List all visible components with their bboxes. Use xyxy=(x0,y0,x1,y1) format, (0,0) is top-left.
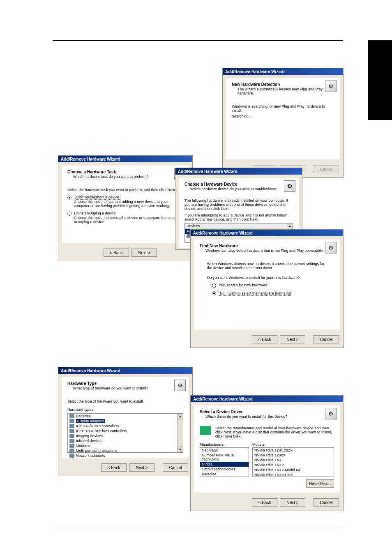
radio-label: Add/Troubleshoot a device xyxy=(74,195,120,200)
scroll-up-icon: ▲ xyxy=(178,414,183,419)
back-button[interactable]: < Back xyxy=(101,463,127,472)
wizard-task: Add/Remove Hardware Wizard ⚙ Choose a Ha… xyxy=(58,155,193,261)
hw-type-icon xyxy=(69,429,74,433)
list-item[interactable]: Network adapters xyxy=(68,453,183,458)
radio-desc: Choose this option if you are adding a n… xyxy=(74,200,183,208)
radio-desc: Choose this option to uninstall a device… xyxy=(74,216,183,224)
radio-dot-icon xyxy=(212,291,216,295)
titlebar: Add/Remove Hardware Wizard xyxy=(175,168,302,175)
wizard-find-new: Add/Remove Hardware Wizard ⚙ Find New Ha… xyxy=(190,229,344,348)
prompt: Select the hardware task you want to per… xyxy=(67,188,183,192)
list-item[interactable]: Multi-port serial adapters xyxy=(68,448,183,453)
radio-yes-search[interactable]: Yes, search for new hardware xyxy=(212,283,334,288)
wizard-sub: Windows can also detect hardware that is… xyxy=(205,249,334,253)
list-item[interactable]: Batteries xyxy=(68,414,183,419)
wizard-icon: ⚙ xyxy=(325,81,337,92)
list-label: Hardware types: xyxy=(67,408,183,412)
next-button[interactable]: Next > xyxy=(280,335,305,343)
wizard-sub: Which driver do you want to install for … xyxy=(205,415,334,419)
list-item[interactable]: IDE ATA/ATAPI controllers xyxy=(68,424,183,428)
cancel-button[interactable]: Cancel xyxy=(314,335,339,343)
scroll-up-icon: ▲ xyxy=(287,223,293,229)
titlebar: Add/Remove Hardware Wizard xyxy=(58,156,192,162)
wizard-icon: ⚙ xyxy=(174,380,186,391)
radio-dot-icon xyxy=(67,196,71,200)
msg2: Do you want Windows to search for your n… xyxy=(207,276,327,280)
manu-label: Manufacturers: xyxy=(200,442,249,447)
radio-label: Yes, search for new hardware xyxy=(219,283,267,287)
next-button[interactable]: Next > xyxy=(129,463,154,472)
hw-type-icon xyxy=(69,454,74,458)
scrollbar[interactable]: ▲▼ xyxy=(177,414,183,452)
list-item[interactable]: NVidia Riva TNT2 xyxy=(253,463,334,467)
radio-dot-icon xyxy=(212,283,216,288)
list-item[interactable]: NVidia Riva TNT xyxy=(253,458,334,463)
titlebar: Add/Remove Hardware Wizard xyxy=(191,230,343,236)
wizard-sub: Which hardware device do you want to tro… xyxy=(190,187,293,191)
models-label: Models: xyxy=(252,442,334,447)
next-button[interactable]: Next > xyxy=(131,249,157,257)
radio-uninstall[interactable]: Uninstall/Unplug a device Choose this op… xyxy=(67,211,183,224)
radio-label: Uninstall/Unplug a device xyxy=(74,211,116,215)
hw-type-icon xyxy=(69,424,74,428)
prompt: Select the type of hardware you want to … xyxy=(67,399,183,403)
titlebar: Add/Remove Hardware Wizard xyxy=(58,367,192,374)
list-item[interactable]: NeoMagic xyxy=(200,448,249,453)
have-disk-button[interactable]: Have Disk... xyxy=(306,479,334,488)
list-item[interactable]: Imaging devices xyxy=(68,433,183,438)
manufacturers-list[interactable]: NeoMagicNumber Nine Visual TechnologNVid… xyxy=(200,447,249,477)
cancel-button[interactable]: Cancel xyxy=(163,463,188,472)
back-button[interactable]: < Back xyxy=(252,335,277,343)
col-header: Devices xyxy=(185,223,293,229)
list-item[interactable]: IEEE 1394 Bus host controllers xyxy=(68,428,183,433)
line2: If you are attempting to add a device an… xyxy=(184,213,293,221)
list-item[interactable]: NVidia Riva 128ZX xyxy=(253,453,334,458)
rule-bottom xyxy=(53,526,343,526)
list-item[interactable]: Infrared devices xyxy=(68,438,183,443)
list-item[interactable]: Modems xyxy=(68,443,183,448)
hardware-types-list[interactable]: BatteriesDisplay adaptersIDE ATA/ATAPI c… xyxy=(67,413,183,453)
side-tab xyxy=(368,40,392,120)
hw-type-icon xyxy=(69,434,74,438)
hw-type-icon xyxy=(69,449,74,453)
search-msg: Windows is searching for new Plug and Pl… xyxy=(232,104,334,113)
wizard-header: Find New Hardware xyxy=(200,244,334,248)
list-item[interactable]: Display adapters xyxy=(68,419,183,424)
list-item[interactable]: NVidia Riva 128/128ZX xyxy=(253,448,334,453)
hw-type-icon xyxy=(69,439,74,443)
radio-add-troubleshoot[interactable]: Add/Troubleshoot a device Choose this op… xyxy=(67,195,183,208)
cancel-button: Cancel xyxy=(314,165,339,173)
titlebar: Add/Remove Hardware Wizard xyxy=(223,68,343,75)
wizard-header: Choose a Hardware Task xyxy=(67,170,183,174)
back-button[interactable]: < Back xyxy=(252,498,277,507)
list-item[interactable]: Paradise xyxy=(200,472,249,477)
list-item[interactable]: Number Nine Visual Technolog xyxy=(200,453,249,462)
scroll-up-icon: ▲ xyxy=(200,477,249,477)
wizard-header: Select a Device Driver xyxy=(200,410,334,414)
titlebar: Add/Remove Hardware Wizard xyxy=(191,396,343,402)
hw-type-icon xyxy=(69,444,74,448)
wizard-icon: ⚙ xyxy=(325,242,337,253)
radio-label: No, I want to select the hardware from a… xyxy=(219,291,292,296)
models-list[interactable]: NVidia Riva 128/128ZXNVidia Riva 128ZXNV… xyxy=(252,447,334,477)
wizard-sub: Which hardware task do you want to perfo… xyxy=(73,175,183,179)
list-item[interactable]: NVidia Riva TNT2 Model 64 xyxy=(253,467,334,472)
hint: Select the manufacturer and model of you… xyxy=(215,426,334,438)
scroll-down-icon: ▼ xyxy=(178,447,183,452)
driver-icon xyxy=(200,426,211,435)
cancel-button[interactable]: Cancel xyxy=(314,498,339,507)
radio-no-select[interactable]: No, I want to select the hardware from a… xyxy=(212,291,334,296)
list-item[interactable]: NVidia xyxy=(200,462,249,467)
next-button[interactable]: Next > xyxy=(280,498,305,507)
hw-type-icon xyxy=(69,414,74,418)
wizard-sub: What type of hardware do you want to ins… xyxy=(73,386,183,390)
back-button[interactable]: < Back xyxy=(104,249,129,257)
scrollbar[interactable]: ▲▼ xyxy=(200,477,249,477)
radio-dot-icon xyxy=(67,212,71,216)
msg1: When Windows detects new hardware, it ch… xyxy=(207,262,327,270)
wizard-header: Choose a Hardware Device xyxy=(184,182,293,187)
list-item[interactable]: Orchid Technologies xyxy=(200,467,249,472)
wizard-detection: Add/Remove Hardware Wizard ⚙ New Hardwar… xyxy=(222,68,344,178)
wizard-sub: The wizard automatically locates new Plu… xyxy=(238,87,334,95)
list-item[interactable]: NVidia Riva TNT2 Ultra xyxy=(253,472,334,477)
